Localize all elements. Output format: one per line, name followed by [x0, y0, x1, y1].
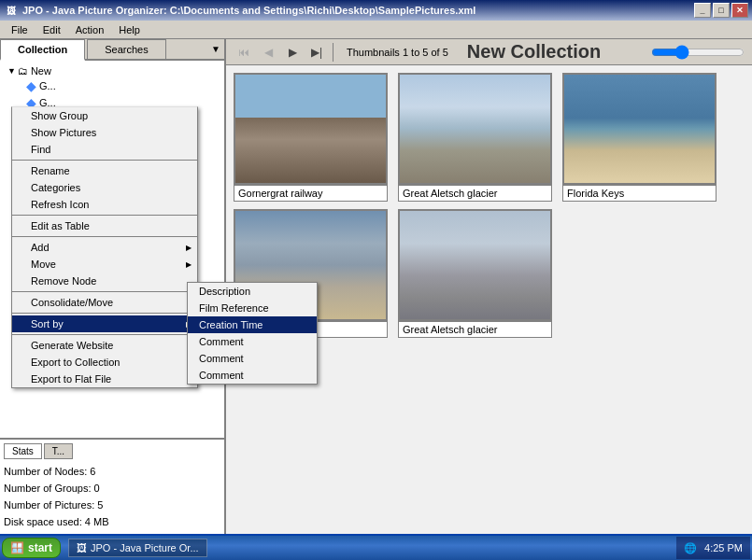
ctx-generate-website[interactable]: Generate Website: [12, 337, 197, 354]
toolbar-separator: [333, 43, 333, 62]
sort-comment-1[interactable]: Comment: [188, 333, 317, 350]
info-tab[interactable]: T...: [44, 443, 73, 459]
close-button[interactable]: ✕: [731, 3, 748, 18]
thumbnail-caption-0: Gornergrat railway: [234, 185, 388, 202]
ctx-rename[interactable]: Rename: [12, 162, 197, 179]
start-label: start: [28, 541, 52, 554]
tree-scroll-arrow[interactable]: ▼: [211, 44, 220, 54]
clock-time: 4:25 PM: [704, 542, 743, 553]
tree-node-1-label: G...: [39, 80, 56, 91]
ctx-find[interactable]: Find: [12, 141, 197, 158]
tree-node-1[interactable]: ◆ G...: [4, 77, 220, 94]
ctx-export-flat[interactable]: Export to Flat File: [12, 371, 197, 387]
taskbar: 🪟 start 🖼 JPO - Java Picture Or... 🌐 4:2…: [0, 534, 752, 560]
collection-title: New Collection: [467, 41, 601, 63]
taskbar-item-label: JPO - Java Picture Or...: [91, 542, 199, 553]
window-title: JPO - Java Picture Organizer: C:\Documen…: [22, 5, 694, 16]
ctx-sort-by[interactable]: Sort by: [12, 315, 197, 332]
list-item: Florida Keys: [562, 73, 719, 202]
menu-bar: File Edit Action Help: [0, 21, 752, 39]
taskbar-clock: 🌐 4:25 PM: [676, 537, 750, 559]
divider-1: [12, 160, 197, 161]
stats-area: Stats T... Number of Nodes: 6 Number of …: [0, 438, 224, 534]
first-button[interactable]: ⏮: [234, 42, 254, 63]
menu-file[interactable]: File: [4, 22, 35, 37]
tree-node-root[interactable]: ▼ 🗂 New: [4, 64, 220, 77]
tab-bar: Collection Searches ▼: [0, 39, 224, 61]
ctx-refresh-icon[interactable]: Refresh Icon: [12, 196, 197, 213]
tree-node-label: New: [31, 65, 51, 77]
tab-searches[interactable]: Searches: [87, 39, 165, 59]
stat-groups: Number of Groups: 0: [4, 480, 220, 497]
taskbar-items: 🖼 JPO - Java Picture Or...: [68, 539, 676, 557]
ctx-consolidate[interactable]: Consolidate/Move: [12, 294, 197, 311]
menu-edit[interactable]: Edit: [35, 22, 68, 37]
list-item: Great Aletsch glacier: [398, 209, 555, 338]
thumbnail-image-2[interactable]: [562, 73, 717, 185]
thumbnail-caption-1: Great Aletsch glacier: [398, 185, 552, 202]
thumbnail-count-label: Thumbnails 1 to 5 of 5: [347, 47, 448, 58]
diamond-icon-1: ◆: [26, 78, 36, 93]
thumbnail-caption-4: Great Aletsch glacier: [398, 321, 552, 338]
thumbnail-image-4[interactable]: [398, 209, 552, 321]
ctx-remove-node[interactable]: Remove Node: [12, 273, 197, 289]
menu-action[interactable]: Action: [68, 22, 112, 37]
menu-help[interactable]: Help: [111, 22, 148, 37]
ctx-show-group[interactable]: Show Group: [12, 107, 197, 124]
ctx-export-collection[interactable]: Export to Collection: [12, 354, 197, 371]
folder-icon: 🗂: [18, 65, 28, 77]
app-icon: 🖼: [4, 3, 19, 18]
sort-creation-time[interactable]: Creation Time: [188, 316, 317, 333]
taskbar-item-jpo[interactable]: 🖼 JPO - Java Picture Or...: [68, 539, 207, 557]
tab-collection[interactable]: Collection: [0, 39, 85, 61]
zoom-slider-container: [651, 45, 745, 60]
maximize-button[interactable]: □: [713, 3, 730, 18]
clock-icon: 🌐: [684, 542, 697, 554]
divider-4: [12, 291, 197, 292]
toolbar: ⏮ ◀ ▶ ▶| Thumbnails 1 to 5 of 5 New Coll…: [226, 39, 752, 65]
sort-comment-3[interactable]: Comment: [188, 367, 317, 384]
context-menu: Show Group Show Pictures Find Rename Cat…: [11, 106, 198, 388]
start-icon: 🪟: [10, 541, 24, 554]
last-button[interactable]: ▶|: [306, 42, 327, 63]
prev-button[interactable]: ◀: [258, 42, 278, 63]
stat-disk: Disk space used: 4 MB: [4, 513, 220, 530]
divider-3: [12, 236, 197, 237]
divider-5: [12, 313, 197, 314]
taskbar-item-icon: 🖼: [77, 542, 87, 553]
stats-tab[interactable]: Stats: [4, 443, 42, 459]
title-bar: 🖼 JPO - Java Picture Organizer: C:\Docum…: [0, 0, 752, 21]
ctx-show-pictures[interactable]: Show Pictures: [12, 124, 197, 141]
sort-description[interactable]: Description: [188, 283, 317, 300]
list-item: Great Aletsch glacier: [398, 73, 555, 202]
ctx-categories[interactable]: Categories: [12, 179, 197, 196]
expand-icon: ▼: [7, 66, 16, 76]
zoom-slider[interactable]: [651, 45, 745, 60]
ctx-move[interactable]: Move: [12, 256, 197, 273]
left-panel: Collection Searches ▼ ▼ 🗂 New ◆ G... ◆ G…: [0, 39, 226, 534]
thumbnail-image-0[interactable]: [234, 73, 388, 185]
divider-2: [12, 215, 197, 216]
minimize-button[interactable]: _: [694, 3, 711, 18]
thumbnail-image-1[interactable]: [398, 73, 552, 185]
sort-film-reference[interactable]: Film Reference: [188, 300, 317, 316]
sort-comment-2[interactable]: Comment: [188, 350, 317, 367]
list-item: Gornergrat railway: [234, 73, 390, 202]
divider-6: [12, 334, 197, 335]
next-button[interactable]: ▶: [282, 42, 303, 63]
start-button[interactable]: 🪟 start: [2, 538, 61, 558]
sort-submenu: Description Film Reference Creation Time…: [187, 282, 318, 385]
stat-nodes: Number of Nodes: 6: [4, 463, 220, 480]
ctx-add[interactable]: Add: [12, 239, 197, 256]
thumbnail-caption-2: Florida Keys: [562, 185, 717, 202]
ctx-edit-table[interactable]: Edit as Table: [12, 217, 197, 234]
stat-pictures: Number of Pictures: 5: [4, 497, 220, 513]
